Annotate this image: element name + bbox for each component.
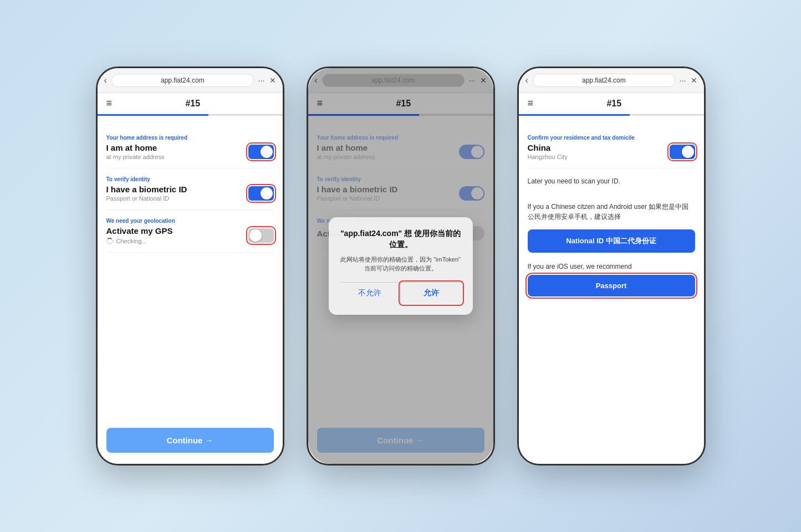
browser-url-1: app.fiat24.com — [111, 74, 254, 87]
toggle-section-id: To verify identity I have a biometric ID… — [106, 168, 274, 210]
hamburger-1[interactable]: ≡ — [106, 98, 113, 109]
toggle-residence[interactable] — [670, 145, 695, 159]
browser-url-3: app.fiat24.com — [533, 74, 675, 87]
toggle-section-home: Your home address is required I am at ho… — [106, 127, 274, 168]
browser-back-1[interactable]: ‹ — [104, 75, 107, 85]
browser-bar-1: ‹ app.fiat24.com ··· ✕ — [98, 68, 283, 93]
app-content-3: Confirm your residence and tax domicile … — [519, 116, 704, 464]
toggle-row-residence: China Hangzhou City — [528, 143, 695, 160]
info-text-3: If you are iOS user, we recommend — [528, 263, 695, 270]
page-title-1: #15 — [112, 99, 273, 109]
section-label-id: To verify identity — [106, 176, 274, 182]
toggle-sub-residence: Hangzhou City — [528, 154, 568, 160]
toggle-sub-home: at my private address — [106, 154, 165, 160]
residence-section: Confirm your residence and tax domicile … — [528, 127, 695, 168]
browser-close-3[interactable]: ✕ — [691, 76, 697, 85]
info-text-1: Later you need to scan your ID. — [528, 176, 695, 186]
browser-back-3[interactable]: ‹ — [526, 75, 528, 85]
browser-bar-3: ‹ app.fiat24.com ··· ✕ — [519, 68, 704, 93]
hamburger-3[interactable]: ≡ — [528, 98, 534, 109]
browser-dots-3[interactable]: ··· — [680, 76, 686, 85]
app-header-3: ≡ #15 — [519, 93, 704, 114]
toggle-knob-id — [261, 187, 273, 200]
checking-text: Checking... — [116, 238, 147, 244]
dialog-confirm-btn[interactable]: 允许 — [401, 283, 462, 304]
dialog-buttons: 不允许 允许 — [340, 282, 462, 304]
browser-close-1[interactable]: ✕ — [269, 76, 276, 85]
spinner-icon — [106, 238, 113, 244]
toggle-row-gps: Activate my GPS Checking... — [106, 226, 274, 244]
dialog-body: 此网站将使用你的精确位置，因为 "imToken" 当前可访问你的精确位置。 — [340, 255, 462, 273]
toggle-section-gps: We need your geolocation Activate my GPS… — [106, 210, 274, 253]
toggle-main-gps: Activate my GPS — [106, 226, 173, 236]
page-title-3: #15 — [533, 99, 695, 109]
continue-button-1[interactable]: Continue → — [106, 428, 274, 453]
dialog-box: "app.fiat24.com" 想 使用你当前的位置。 此网站将使用你的精确位… — [329, 217, 473, 314]
app-header-1: ≡ #15 — [98, 93, 283, 114]
toggle-knob-gps — [249, 229, 262, 242]
toggle-row-id: I have a biometric ID Passport or Nation… — [106, 185, 274, 202]
dialog-overlay: "app.fiat24.com" 想 使用你当前的位置。 此网站将使用你的精确位… — [308, 68, 493, 464]
toggle-main-id: I have a biometric ID — [106, 185, 187, 194]
section-label-residence: Confirm your residence and tax domicile — [528, 135, 695, 141]
dialog-cancel-btn[interactable]: 不允许 — [340, 283, 401, 304]
section-label-gps: We need your geolocation — [106, 218, 274, 224]
toggle-id[interactable] — [248, 186, 274, 201]
browser-dots-1[interactable]: ··· — [258, 76, 265, 85]
toggle-knob-home — [261, 146, 273, 158]
toggle-home[interactable] — [248, 145, 274, 159]
app-content-1: Your home address is required I am at ho… — [98, 116, 283, 464]
checking-row: Checking... — [106, 238, 173, 244]
dialog-title: "app.fiat24.com" 想 使用你当前的位置。 — [340, 228, 462, 250]
passport-button[interactable]: Passport — [528, 275, 695, 296]
phone-3: ‹ app.fiat24.com ··· ✕ ≡ #15 Confirm you… — [517, 66, 706, 466]
toggle-main-residence: China — [528, 143, 568, 152]
toggle-main-home: I am at home — [106, 143, 165, 152]
phone-2: ‹ app.fiat24.com ··· ✕ ≡ #15 Your home a… — [307, 66, 495, 466]
toggle-sub-id: Passport or National ID — [106, 195, 187, 202]
toggle-knob-residence — [682, 146, 694, 158]
toggle-row-home: I am at home at my private address — [106, 143, 274, 160]
national-id-button[interactable]: National ID 中国二代身份证 — [528, 229, 695, 253]
section-label-home: Your home address is required — [106, 135, 274, 141]
info-text-2: If you a Chinese citzen and Android user… — [528, 202, 695, 222]
phone-1: ‹ app.fiat24.com ··· ✕ ≡ #15 Your home a… — [96, 66, 284, 466]
toggle-gps[interactable] — [248, 228, 274, 243]
